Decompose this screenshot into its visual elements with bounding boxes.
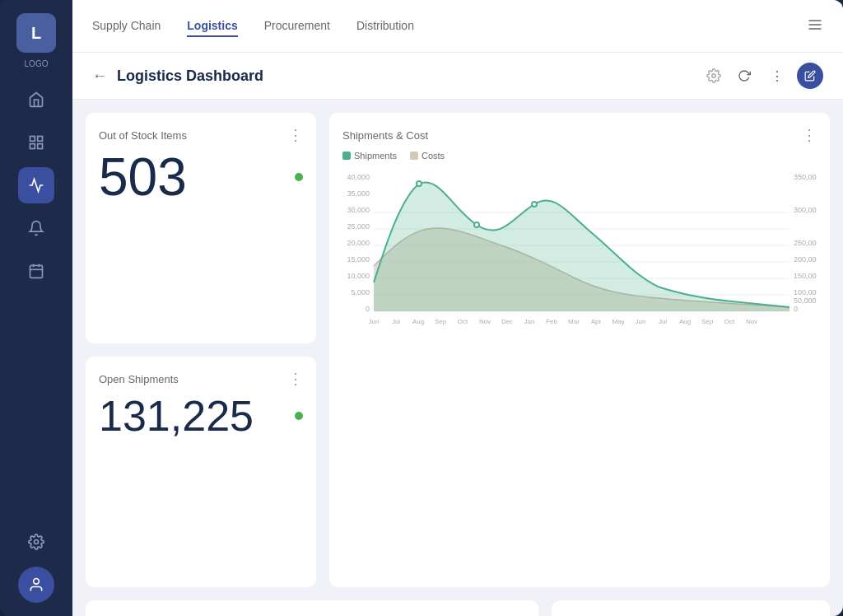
svg-point-9 — [34, 579, 40, 585]
shipping-details-card: Shipping Details ⋮ AccountName ⇅ Status … — [86, 600, 538, 616]
costs-legend-label: Costs — [422, 151, 445, 161]
area-chart: 40,000 35,000 30,000 25,000 20,000 15,00… — [342, 167, 817, 332]
open-shipments-card: Open Shipments ⋮ 131,225 — [86, 357, 316, 587]
nav-links: Supply Chain Logistics Procurement Distr… — [92, 16, 807, 37]
svg-text:Jun: Jun — [636, 318, 646, 325]
nav-distribution[interactable]: Distribution — [356, 16, 414, 37]
svg-text:250,000: 250,000 — [794, 239, 817, 247]
nav-supply-chain[interactable]: Supply Chain — [92, 16, 161, 37]
svg-text:Oct: Oct — [458, 318, 468, 325]
out-of-stock-label: Out of Stock Items — [99, 129, 187, 142]
sidebar-item-chart[interactable] — [18, 167, 54, 203]
sidebar-bottom — [18, 524, 54, 603]
svg-rect-2 — [30, 144, 35, 149]
svg-text:30,000: 30,000 — [347, 206, 370, 214]
svg-text:Jul: Jul — [659, 318, 667, 325]
sidebar-item-home[interactable] — [18, 82, 54, 118]
svg-text:Sep: Sep — [701, 318, 714, 325]
edit-button[interactable] — [797, 63, 823, 89]
svg-rect-0 — [30, 137, 35, 142]
sidebar-item-settings[interactable] — [18, 524, 54, 560]
stats-row: Out of Stock Items ⋮ 503 Open Shipments … — [86, 113, 830, 587]
svg-text:25,000: 25,000 — [347, 222, 370, 231]
open-shipments-indicator — [295, 412, 303, 420]
svg-text:Aug: Aug — [679, 318, 691, 325]
svg-text:Jul: Jul — [392, 318, 400, 325]
top-navigation: Supply Chain Logistics Procurement Distr… — [72, 0, 843, 53]
svg-text:Nov: Nov — [746, 318, 757, 325]
sidebar-item-calendar[interactable] — [18, 253, 54, 289]
out-of-stock-indicator — [295, 173, 303, 181]
out-of-stock-value: 503 — [99, 151, 187, 203]
svg-text:May: May — [612, 318, 624, 325]
sidebar-item-grid[interactable] — [18, 124, 54, 161]
header-actions: ⋮ — [731, 63, 823, 89]
open-shipments-menu[interactable]: ⋮ — [288, 370, 303, 388]
svg-text:20,000: 20,000 — [347, 239, 370, 247]
refresh-button[interactable] — [731, 63, 757, 89]
shipments-cost-card: Shipments & Cost ⋮ Shipments Costs — [329, 113, 830, 587]
svg-point-13 — [712, 74, 716, 78]
shipments-chart-menu[interactable]: ⋮ — [802, 126, 817, 144]
open-shipments-label: Open Shipments — [99, 373, 179, 385]
hamburger-icon[interactable] — [807, 16, 823, 36]
svg-text:Sep: Sep — [435, 318, 447, 325]
svg-text:0: 0 — [366, 305, 370, 313]
nav-procurement[interactable]: Procurement — [264, 16, 330, 37]
svg-rect-4 — [30, 265, 43, 278]
out-of-stock-menu[interactable]: ⋮ — [288, 126, 303, 144]
svg-rect-1 — [38, 137, 43, 142]
out-of-stock-card: Out of Stock Items ⋮ 503 — [86, 113, 316, 343]
svg-point-39 — [474, 222, 479, 227]
svg-text:Oct: Oct — [724, 318, 735, 325]
logo-text: LOGO — [25, 59, 49, 68]
main-content: Supply Chain Logistics Procurement Distr… — [72, 0, 843, 616]
svg-text:100,000: 100,000 — [794, 288, 817, 296]
sidebar: L LOGO — [0, 0, 72, 616]
sidebar-nav — [18, 82, 54, 524]
svg-text:150,000: 150,000 — [794, 272, 817, 280]
svg-text:Nov: Nov — [479, 318, 491, 325]
svg-text:40,000: 40,000 — [347, 173, 370, 181]
svg-text:350,000: 350,000 — [794, 173, 817, 181]
delayed-shipments-card: Delayed Shipments by Stage ⋮ Critical Hi… — [552, 600, 830, 616]
svg-text:15,000: 15,000 — [347, 255, 370, 264]
svg-text:35,000: 35,000 — [347, 189, 370, 198]
sidebar-item-bell[interactable] — [18, 210, 54, 246]
details-row: Shipping Details ⋮ AccountName ⇅ Status … — [86, 600, 830, 616]
svg-rect-3 — [38, 144, 43, 149]
svg-text:10,000: 10,000 — [347, 272, 370, 280]
logo-icon: L — [16, 13, 56, 53]
svg-point-8 — [35, 540, 39, 544]
page-title: Logistics Dashboard — [117, 68, 696, 85]
shipments-chart-title: Shipments & Cost — [342, 129, 428, 142]
svg-point-40 — [532, 202, 537, 207]
chart-legend: Shipments Costs — [342, 151, 817, 161]
svg-text:Jun: Jun — [369, 318, 380, 325]
svg-text:Apr: Apr — [591, 318, 602, 325]
svg-text:300,000: 300,000 — [794, 206, 817, 214]
open-shipments-value: 131,225 — [99, 394, 254, 437]
shipments-legend-label: Shipments — [354, 151, 397, 161]
back-button[interactable]: ← — [92, 68, 107, 85]
svg-text:Jan: Jan — [524, 318, 535, 325]
svg-text:Mar: Mar — [568, 318, 580, 325]
legend-costs: Costs — [410, 151, 445, 161]
svg-text:Dec: Dec — [501, 318, 513, 325]
costs-legend-dot — [410, 152, 418, 160]
more-button[interactable]: ⋮ — [764, 63, 790, 89]
sidebar-item-user[interactable] — [18, 567, 54, 603]
content-area: Out of Stock Items ⋮ 503 Open Shipments … — [72, 100, 843, 616]
dashboard-header: ← Logistics Dashboard ⋮ — [72, 53, 843, 100]
svg-text:Aug: Aug — [412, 318, 424, 325]
svg-text:0: 0 — [794, 305, 798, 313]
shipments-legend-dot — [342, 152, 351, 160]
nav-logistics[interactable]: Logistics — [187, 16, 237, 37]
svg-text:200,000: 200,000 — [794, 255, 817, 264]
svg-text:50,000: 50,000 — [794, 296, 817, 305]
svg-point-38 — [417, 181, 422, 186]
svg-text:Feb: Feb — [546, 318, 557, 325]
settings-icon[interactable] — [706, 68, 721, 83]
legend-shipments: Shipments — [342, 151, 397, 161]
svg-text:5,000: 5,000 — [351, 288, 370, 296]
